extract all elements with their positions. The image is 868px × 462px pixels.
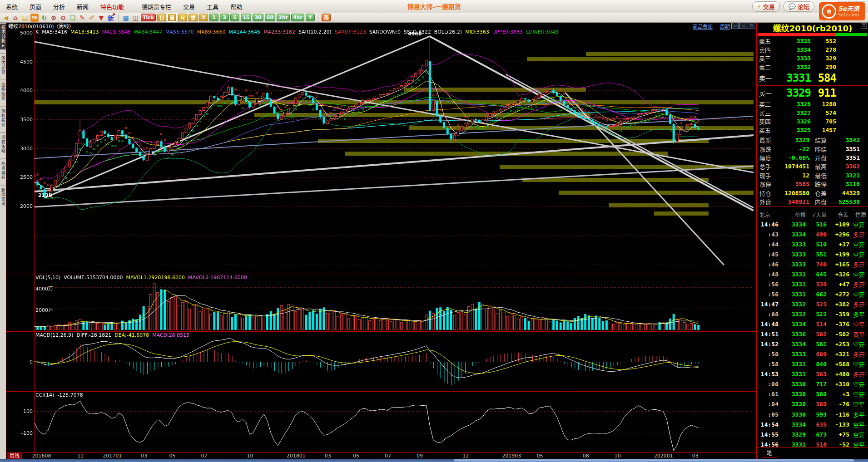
- menu-3[interactable]: 新闻: [71, 2, 94, 11]
- menu-5[interactable]: 一德期货专栏: [130, 2, 177, 11]
- fin-icon[interactable]: FIN: [30, 14, 39, 22]
- kline-view-icon[interactable]: ◫: [131, 14, 139, 22]
- menu-8[interactable]: 帮助: [224, 2, 248, 11]
- date-label: 08: [583, 453, 589, 459]
- indicator-segment: CCI(14): [35, 392, 54, 398]
- chart-nav-icon-2[interactable]: ⊟: [748, 23, 755, 29]
- new-icon[interactable]: 新: [107, 14, 115, 22]
- annotate-icon[interactable]: ✎: [78, 14, 86, 22]
- brush-icon[interactable]: ✐: [88, 14, 96, 22]
- ask-row[interactable]: 卖五3335552: [757, 37, 868, 45]
- buy-sell-ratio-bar: [758, 33, 867, 36]
- period-季[interactable]: 季: [188, 14, 198, 21]
- period-5[interactable]: 5: [230, 14, 239, 21]
- tick-row: 14:543334635-133空平: [757, 419, 868, 429]
- sidebar-tab-1[interactable]: 国内期货: [0, 55, 6, 76]
- horizontal-scrollbar[interactable]: [0, 459, 868, 462]
- zoom-in-icon[interactable]: ⊕: [50, 14, 58, 22]
- tick-row: 14:463334516+109空开: [757, 219, 868, 229]
- stat-row: 幅度-0.66%开盘3351: [757, 153, 868, 162]
- period-1[interactable]: 1: [209, 14, 218, 21]
- menu-7[interactable]: 工具: [201, 2, 224, 11]
- tick-row: 14:533331563+480多开: [757, 369, 868, 379]
- indicator-segment: MA233:3182: [263, 29, 295, 35]
- indicator-segment: VOL(5,10): [35, 275, 60, 280]
- bid-row[interactable]: 买四3326705: [757, 117, 868, 126]
- period-30[interactable]: 30: [253, 14, 263, 21]
- tick-row: :483331645+326空开: [757, 269, 868, 279]
- cci-indicator-label: CCI(14)-125.7078: [35, 392, 86, 398]
- cci-tick: -100: [7, 430, 33, 436]
- tab-bi[interactable]: 笔: [762, 448, 777, 458]
- chart-nav-icon-0[interactable]: ⇦: [731, 23, 739, 29]
- vol-tick: 2000万: [35, 306, 53, 313]
- date-label: 10: [247, 453, 253, 459]
- indicator-segment: DEA:-41.6078: [114, 332, 149, 338]
- period-X[interactable]: X: [199, 14, 208, 21]
- menu-4[interactable]: 特色功能: [94, 2, 130, 11]
- date-label: 05: [353, 453, 359, 459]
- bid-row[interactable]: 买一3329911: [757, 86, 868, 100]
- period-3[interactable]: 3: [220, 14, 229, 21]
- sidebar-tab-6[interactable]: 新闻资讯: [0, 187, 6, 207]
- bid-row[interactable]: 买二33281280: [757, 100, 868, 108]
- scrollbar-thumb[interactable]: [454, 459, 854, 462]
- indicator-segment: VOLUME:5353704.0000: [64, 275, 123, 280]
- overlay-icon[interactable]: ❏: [69, 14, 77, 22]
- bid-row[interactable]: 买三3327574: [757, 108, 868, 117]
- ask-row[interactable]: 卖四3334278: [757, 45, 868, 54]
- stat-row: 现手12最低3321: [757, 171, 868, 180]
- sidebar-tab-0[interactable]: 技术分析▸: [0, 24, 6, 49]
- indicator-segment: MACD(12,26,9): [35, 332, 74, 338]
- period-60[interactable]: 60: [265, 14, 275, 21]
- indicator-segment: MACD:26.8515: [152, 332, 189, 338]
- ask-row[interactable]: 卖二3332290: [757, 63, 868, 71]
- period-4hr[interactable]: 4hr: [291, 14, 304, 21]
- indicator-segment: DIFF:-28.1821: [77, 332, 112, 338]
- date-label: 07: [201, 453, 207, 459]
- trade-button[interactable]: ⚡交易: [752, 1, 780, 12]
- menu-1[interactable]: 页面: [24, 2, 47, 11]
- tick-row: :563331539+47多开: [757, 279, 868, 289]
- table-view-icon[interactable]: ▦: [122, 14, 130, 22]
- tick-row: 14:473332523+382多开: [757, 300, 868, 310]
- draw-panel-button[interactable]: 画: [322, 14, 331, 21]
- stat-row: 最新3329结算3342: [757, 136, 868, 144]
- sidebar-tab-2[interactable]: 股指期货: [0, 81, 6, 102]
- bid-row[interactable]: 买五33251457: [757, 126, 868, 134]
- indicator-segment: SARDOWN:0: [369, 29, 401, 35]
- sidebar-tab-3[interactable]: 期权报价: [0, 108, 6, 128]
- date-label: 05: [537, 453, 543, 459]
- kline-indicator-label: KMA5:3416MA13:3413MA21:3348MA34:3447MA55…: [35, 29, 562, 35]
- report-icon[interactable]: ▤: [21, 14, 29, 22]
- back-icon[interactable]: ◀: [2, 14, 10, 22]
- ask-row[interactable]: 卖三3333329: [757, 54, 868, 63]
- forum-button[interactable]: 💬论坛: [784, 1, 814, 12]
- chart-body: KMA5:3416MA13:3413MA21:3348MA34:3447MA55…: [6, 29, 756, 452]
- indicator-segment: MA5:3416: [42, 29, 67, 35]
- sidebar-tab-4[interactable]: 期权策略: [0, 134, 6, 155]
- home-icon[interactable]: ⌂: [11, 14, 20, 22]
- date-label: 201801: [287, 453, 306, 459]
- period-15[interactable]: 15: [241, 14, 251, 21]
- menu-6[interactable]: 交易: [177, 2, 201, 11]
- period-日[interactable]: 日: [157, 14, 166, 21]
- period-Tick[interactable]: Tick: [141, 14, 156, 21]
- panel-restore-icon[interactable]: ❐: [861, 24, 867, 29]
- refresh-icon[interactable]: ↻: [40, 14, 48, 22]
- period-月[interactable]: 月: [178, 14, 187, 21]
- menu-0[interactable]: 系统: [0, 2, 24, 11]
- sidebar-tab-5[interactable]: 热点排名: [0, 160, 6, 181]
- tick-row: :503333609+321多开: [757, 349, 868, 359]
- chart-nav-icon-1[interactable]: ⇨: [739, 23, 747, 29]
- zoom-out-icon[interactable]: ⊖: [59, 14, 67, 22]
- menu-2[interactable]: 分析: [47, 2, 71, 11]
- panel-tabs: 笔: [757, 447, 868, 459]
- ask-row[interactable]: 卖一3331584: [757, 71, 868, 85]
- tick-col-header: 北京: [759, 211, 778, 218]
- filter-icon[interactable]: ▼: [97, 14, 105, 22]
- kline-chart-canvas[interactable]: [6, 29, 756, 452]
- period-2hr[interactable]: 2hr: [277, 14, 290, 21]
- period-Y[interactable]: Y: [306, 14, 315, 21]
- period-周[interactable]: 周: [168, 14, 177, 21]
